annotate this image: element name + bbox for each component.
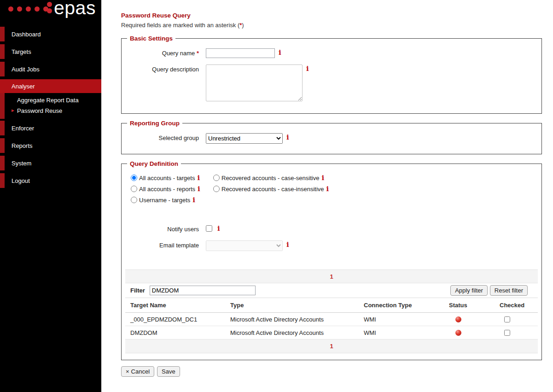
filter-row: Filter Apply filter Reset filter <box>125 283 538 298</box>
selected-group-select[interactable]: Unrestricted <box>206 133 283 144</box>
app-window: epas Dashboard Targets Audit Jobs Analys… <box>0 0 553 392</box>
filter-label: Filter <box>130 287 145 294</box>
reporting-group-section: Reporting Group Selected group Unrestric… <box>121 120 542 154</box>
sidebar-item-dashboard[interactable]: Dashboard <box>0 27 101 41</box>
cell-connection-type: WMI <box>364 316 449 323</box>
cell-connection-type: WMI <box>364 329 449 336</box>
info-icon[interactable]: i <box>286 241 289 248</box>
main-content: Password Reuse Query Required fields are… <box>101 0 553 392</box>
logo-text: epas <box>54 0 96 19</box>
radio-input-username-targets[interactable] <box>131 197 137 203</box>
query-definition-legend: Query Definition <box>127 160 181 167</box>
nav-stripe <box>0 79 5 93</box>
logo-dots-icon <box>8 6 48 12</box>
info-icon[interactable]: i <box>326 186 329 193</box>
info-icon[interactable]: i <box>321 175 324 181</box>
query-description-label: Query description <box>122 64 199 73</box>
cell-target-name: _000_EPDMZDOM_DC1 <box>130 316 230 323</box>
column-header-status: Status <box>449 302 500 309</box>
column-header-type: Type <box>230 302 364 309</box>
epas-logo[interactable]: epas <box>0 0 101 27</box>
table-header-row: Target Name Type Connection Type Status … <box>125 298 538 313</box>
cell-target-name: DMZDOM <box>130 329 230 336</box>
column-header-checked: Checked <box>500 302 538 309</box>
required-asterisk: * <box>197 50 199 57</box>
row-checked-checkbox[interactable] <box>504 316 510 322</box>
nav-stripe <box>0 121 5 135</box>
cancel-button[interactable]: ×Cancel <box>121 366 154 377</box>
page-title: Password Reuse Query <box>121 12 542 19</box>
reporting-group-legend: Reporting Group <box>127 120 182 127</box>
radio-input-recovered-case-insensitive[interactable] <box>213 186 220 192</box>
sidebar-item-password-reuse[interactable]: ► Password Reuse <box>5 105 101 116</box>
save-button[interactable]: Save <box>157 366 180 377</box>
sidebar-item-targets[interactable]: Targets <box>0 44 101 59</box>
radio-all-accounts-targets[interactable]: All accounts - targets i <box>131 174 213 182</box>
radio-input-all-accounts-reports[interactable] <box>131 186 137 192</box>
query-type-radio-group: All accounts - targets i All accounts - … <box>131 174 541 204</box>
basic-settings-legend: Basic Settings <box>127 35 175 42</box>
info-icon[interactable]: i <box>279 49 281 56</box>
nav-stripe <box>0 44 5 59</box>
target-table-block: 1 Filter Apply filter Reset filter Targe… <box>125 269 538 353</box>
form-actions: ×Cancel Save <box>121 366 542 377</box>
active-item-arrow-icon: ► <box>11 108 15 113</box>
pagination-page-1[interactable]: 1 <box>330 273 333 280</box>
pagination-bottom: 1 <box>125 339 538 353</box>
close-x-icon: × <box>126 368 129 375</box>
info-icon[interactable]: i <box>286 134 289 141</box>
sidebar-item-analyser[interactable]: Analyser <box>0 79 101 93</box>
analyser-submenu: Aggregate Report Data ► Password Reuse <box>0 93 101 119</box>
email-template-select[interactable] <box>206 240 283 251</box>
sidebar-item-aggregate-report-data[interactable]: Aggregate Report Data <box>5 95 101 105</box>
query-definition-section: Query Definition All accounts - targets … <box>121 160 542 360</box>
row-checked-checkbox[interactable] <box>504 330 510 336</box>
column-header-target-name: Target Name <box>130 302 230 309</box>
basic-settings-section: Basic Settings Query name * i Query desc… <box>121 35 542 114</box>
sidebar-item-enforcer[interactable]: Enforcer <box>0 121 101 135</box>
filter-input[interactable] <box>150 286 256 295</box>
cell-type: Microsoft Active Directory Accounts <box>230 316 364 323</box>
sidebar-item-audit-jobs[interactable]: Audit Jobs <box>0 62 101 76</box>
radio-input-recovered-case-sensitive[interactable] <box>213 175 220 181</box>
query-name-label: Query name * <box>122 48 199 57</box>
status-red-dot-icon <box>455 316 461 322</box>
table-row: _000_EPDMZDOM_DC1 Microsoft Active Direc… <box>125 313 538 326</box>
reset-filter-button[interactable]: Reset filter <box>490 285 528 296</box>
nav-stripe <box>0 156 5 170</box>
table-row: DMZDOM Microsoft Active Directory Accoun… <box>125 326 538 339</box>
notify-users-checkbox[interactable] <box>206 225 212 232</box>
sidebar: epas Dashboard Targets Audit Jobs Analys… <box>0 0 101 392</box>
radio-recovered-case-insensitive[interactable]: Recovered accounts - case-insensitive i <box>213 185 329 193</box>
nav-stripe <box>0 173 5 188</box>
selected-group-label: Selected group <box>122 133 199 141</box>
sidebar-item-reports[interactable]: Reports <box>0 138 101 153</box>
notify-users-label: Notify users <box>122 224 199 233</box>
nav-stripe <box>0 62 5 76</box>
query-name-row: Query name * i <box>122 48 541 58</box>
email-template-row: Email template i <box>122 240 541 251</box>
info-icon[interactable]: i <box>192 197 195 204</box>
sidebar-item-system[interactable]: System <box>0 156 101 170</box>
column-header-connection-type: Connection Type <box>364 302 449 309</box>
info-icon[interactable]: i <box>306 65 309 72</box>
pagination-page-1[interactable]: 1 <box>330 343 333 350</box>
sidebar-nav: Dashboard Targets Audit Jobs Analyser Ag… <box>0 27 101 188</box>
logo-colon-icon <box>47 2 52 13</box>
query-description-textarea[interactable] <box>206 64 303 101</box>
apply-filter-button[interactable]: Apply filter <box>450 285 488 296</box>
radio-all-accounts-reports[interactable]: All accounts - reports i <box>131 185 213 193</box>
email-template-label: Email template <box>122 240 199 249</box>
selected-group-row: Selected group Unrestricted i <box>122 133 541 144</box>
radio-username-targets[interactable]: Username - targets i <box>131 196 213 204</box>
status-red-dot-icon <box>455 330 461 336</box>
radio-input-all-accounts-targets[interactable] <box>131 175 137 181</box>
info-icon[interactable]: i <box>217 225 220 232</box>
nav-stripe <box>0 27 5 41</box>
info-icon[interactable]: i <box>197 175 200 181</box>
radio-recovered-case-sensitive[interactable]: Recovered accounts - case-sensitive i <box>213 174 329 182</box>
query-name-input[interactable] <box>206 48 275 58</box>
info-icon[interactable]: i <box>198 186 200 193</box>
sidebar-item-logout[interactable]: Logout <box>0 173 101 188</box>
nav-stripe <box>0 138 5 153</box>
